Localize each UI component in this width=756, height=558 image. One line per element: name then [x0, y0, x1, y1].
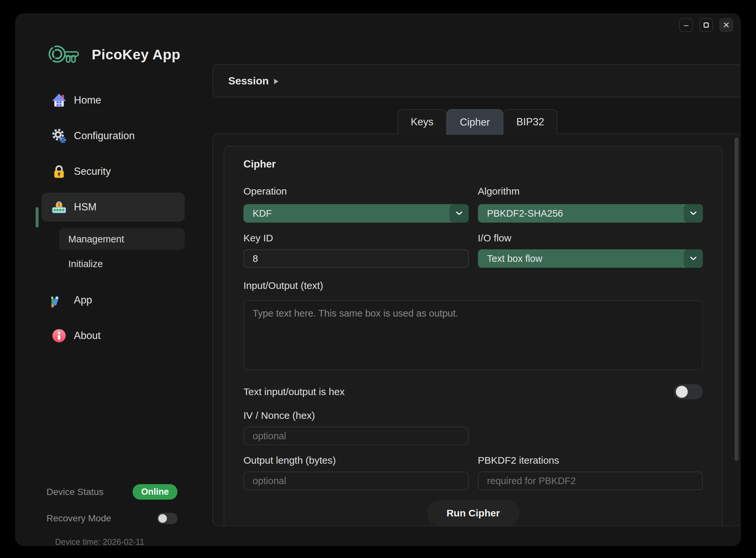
device-time-text: Device time: 2026-02-11 17:21:14	[47, 537, 177, 546]
tab-label: Keys	[411, 116, 433, 128]
sidebar-item-label: HSM	[74, 201, 97, 213]
window-controls: – ✕	[679, 18, 733, 32]
sidebar-subitem-management[interactable]: Management	[59, 228, 185, 250]
operation-label: Operation	[244, 185, 469, 197]
close-button[interactable]: ✕	[720, 18, 733, 32]
tab-label: BIP32	[516, 116, 544, 128]
tab-bip32[interactable]: BIP32	[503, 109, 557, 134]
online-status-badge: Online	[133, 484, 177, 500]
output-length-input[interactable]	[244, 472, 469, 490]
operation-select[interactable]: KDF	[244, 204, 469, 223]
device-status-row: Device Status Online	[47, 484, 177, 500]
maximize-button[interactable]	[699, 18, 713, 32]
algorithm-selected-value: PBKDF2-SHA256	[487, 208, 563, 219]
output-length-label: Output length (bytes)	[244, 454, 469, 466]
recovery-mode-label: Recovery Mode	[47, 513, 111, 524]
app-logo-row: PicoKey App	[48, 43, 180, 66]
sidebar-item-label: Configuration	[74, 130, 134, 142]
hex-toggle[interactable]	[674, 384, 703, 399]
sidebar-item-label: Home	[74, 94, 101, 106]
close-icon: ✕	[723, 19, 730, 31]
recovery-mode-row: Recovery Mode	[47, 513, 177, 524]
iterations-input[interactable]	[478, 472, 703, 490]
io-text-label: Input/Output (text)	[244, 280, 703, 291]
sidebar-subitem-initialize[interactable]: Initialize	[59, 255, 185, 273]
operation-selected-value: KDF	[253, 208, 272, 219]
toggle-knob	[676, 386, 688, 398]
algorithm-select[interactable]: PBKDF2-SHA256	[478, 204, 703, 223]
iterations-label: PBKDF2 iterations	[478, 454, 703, 466]
hsm-password-lock-icon	[51, 200, 67, 215]
minimize-button[interactable]: –	[679, 18, 693, 32]
maximize-icon	[704, 22, 709, 28]
chevron-down-icon	[684, 249, 703, 268]
nav-spacer	[42, 278, 185, 286]
recovery-mode-toggle[interactable]	[157, 513, 177, 524]
sidebar-item-label: Security	[74, 166, 111, 177]
app-window: – ✕ PicoKey App	[15, 13, 741, 546]
chevron-down-icon	[684, 204, 703, 223]
screen: – ✕ PicoKey App	[0, 0, 756, 558]
app-fan-icon	[51, 293, 67, 308]
key-logo-icon	[48, 43, 79, 66]
io-flow-select[interactable]: Text box flow	[478, 249, 703, 268]
sidebar-subitem-label: Management	[68, 234, 124, 245]
algorithm-label: Algorithm	[478, 185, 703, 197]
key-id-label: Key ID	[244, 232, 469, 244]
cipher-tab-panel: Cipher Operation Algorithm KDF PBKDF2-SH…	[212, 133, 741, 526]
tab-label: Cipher	[460, 117, 490, 128]
sidebar-item-home[interactable]: Home	[42, 86, 185, 115]
key-id-input[interactable]	[244, 249, 469, 268]
cipher-card-title: Cipher	[244, 158, 703, 170]
tab-keys[interactable]: Keys	[398, 109, 447, 134]
vertical-scrollbar[interactable]	[735, 137, 738, 461]
io-textarea[interactable]	[244, 300, 703, 370]
tab-bar: Keys Cipher BIP32	[212, 109, 741, 135]
info-icon	[51, 328, 67, 343]
io-flow-label: I/O flow	[478, 232, 703, 244]
run-cipher-button[interactable]: Run Cipher	[427, 500, 520, 526]
padlock-icon	[51, 164, 67, 179]
sidebar-item-configuration[interactable]: Configuration	[42, 121, 185, 150]
io-flow-selected-value: Text box flow	[487, 253, 543, 264]
minimize-icon: –	[684, 19, 688, 31]
sidebar-item-label: About	[74, 330, 101, 342]
active-nav-indicator	[35, 207, 39, 228]
iv-nonce-label: IV / Nonce (hex)	[244, 410, 703, 422]
spacer	[478, 427, 703, 445]
sidebar-item-about[interactable]: About	[42, 321, 185, 350]
session-expander[interactable]: Session	[212, 64, 741, 97]
hex-toggle-label: Text input/output is hex	[244, 386, 345, 398]
sidebar-item-label: App	[74, 294, 92, 306]
sidebar-item-app[interactable]: App	[42, 286, 185, 314]
sidebar-item-security[interactable]: Security	[42, 157, 185, 186]
device-status-block: Device Status Online Recovery Mode Devic…	[47, 484, 177, 546]
sidebar: Home Configuration	[42, 86, 185, 357]
toggle-knob	[158, 514, 167, 523]
sidebar-subitem-label: Initialize	[68, 258, 103, 270]
sidebar-item-hsm[interactable]: HSM	[42, 193, 185, 222]
tab-cipher[interactable]: Cipher	[447, 109, 503, 135]
cipher-card: Cipher Operation Algorithm KDF PBKDF2-SH…	[224, 146, 723, 526]
app-title: PicoKey App	[92, 47, 180, 63]
chevron-right-icon	[274, 79, 278, 84]
home-icon	[51, 93, 67, 108]
iv-nonce-input[interactable]	[244, 427, 469, 445]
gear-icon	[51, 128, 67, 144]
device-status-label: Device Status	[47, 487, 104, 497]
session-title: Session	[228, 75, 269, 87]
chevron-down-icon	[450, 204, 469, 223]
